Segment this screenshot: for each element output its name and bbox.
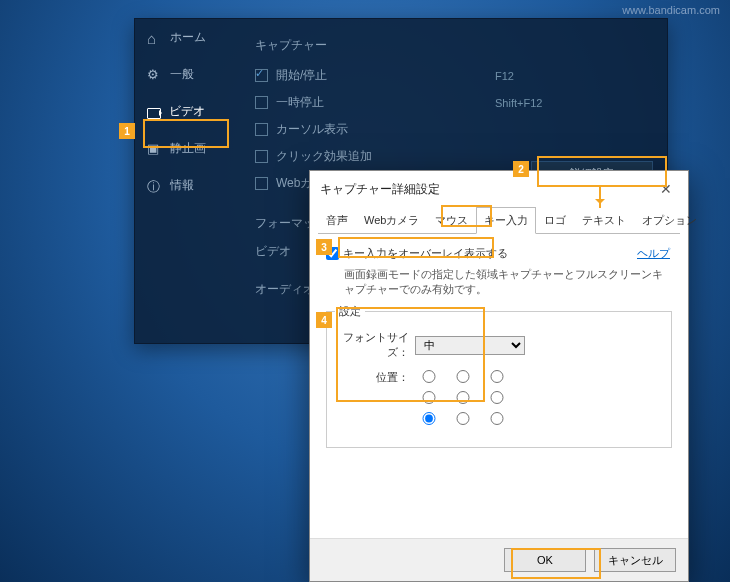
pos-bl[interactable]	[419, 412, 439, 425]
pos-mr[interactable]	[487, 391, 507, 404]
close-button[interactable]: ✕	[650, 179, 682, 199]
settings-fieldset: 設定 フォントサイズ： 中 位置：	[326, 311, 672, 448]
section-video: ビデオ	[255, 243, 291, 260]
sidebar-item-info[interactable]: 情報	[135, 167, 239, 204]
pos-br[interactable]	[487, 412, 507, 425]
font-size-select[interactable]: 中	[415, 336, 525, 355]
badge-3: 3	[316, 239, 332, 255]
sidebar-item-general[interactable]: 一般	[135, 56, 239, 93]
ok-button[interactable]: OK	[504, 548, 586, 572]
sidebar: ホーム 一般 ビデオ 静止画 情報	[135, 19, 239, 343]
sidebar-label: ビデオ	[169, 103, 205, 120]
hotkey: F12	[495, 70, 514, 82]
image-icon	[147, 141, 162, 156]
dialog-title: キャプチャー詳細設定	[320, 181, 440, 198]
video-icon	[147, 108, 161, 119]
pos-mc[interactable]	[453, 391, 473, 404]
dialog-body: キー入力をオーバーレイ表示する ヘルプ 画面録画モードの指定した領域キャプチャー…	[310, 234, 688, 460]
sidebar-item-video[interactable]: ビデオ	[135, 93, 239, 130]
checkbox-icon	[255, 96, 268, 109]
home-icon	[147, 30, 162, 45]
font-size-label: フォントサイズ：	[339, 330, 409, 360]
overlay-label: キー入力をオーバーレイ表示する	[343, 246, 508, 261]
watermark: www.bandicam.com	[622, 4, 720, 16]
checkbox-icon	[255, 177, 268, 190]
tab-mouse[interactable]: マウス	[427, 207, 476, 234]
tab-keyinput[interactable]: キー入力	[476, 207, 536, 234]
pos-bc[interactable]	[453, 412, 473, 425]
position-radio-grid	[419, 370, 507, 425]
tab-logo[interactable]: ロゴ	[536, 207, 574, 234]
opt-label: カーソル表示	[276, 121, 348, 138]
sidebar-label: ホーム	[170, 29, 206, 46]
tab-option[interactable]: オプション	[634, 207, 705, 234]
pos-tc[interactable]	[453, 370, 473, 383]
dialog-footer: OK キャンセル	[310, 538, 688, 581]
badge-2: 2	[513, 161, 529, 177]
gear-icon	[147, 67, 162, 82]
tab-text[interactable]: テキスト	[574, 207, 634, 234]
pos-ml[interactable]	[419, 391, 439, 404]
opt-label: 開始/停止	[276, 67, 327, 84]
group-capture: キャプチャー	[255, 37, 653, 54]
pos-tr[interactable]	[487, 370, 507, 383]
checkbox-icon	[255, 150, 268, 163]
opt-cursor[interactable]: カーソル表示	[255, 116, 653, 143]
info-icon	[147, 178, 162, 193]
opt-label: 一時停止	[276, 94, 324, 111]
help-link[interactable]: ヘルプ	[637, 246, 670, 261]
capture-detail-dialog: キャプチャー詳細設定 ✕ 音声 Webカメラ マウス キー入力 ロゴ テキスト …	[309, 170, 689, 582]
sidebar-label: 情報	[170, 177, 194, 194]
dialog-titlebar: キャプチャー詳細設定 ✕	[310, 171, 688, 207]
sidebar-item-image[interactable]: 静止画	[135, 130, 239, 167]
arrow-2	[599, 186, 601, 208]
sidebar-label: 一般	[170, 66, 194, 83]
position-label: 位置：	[339, 370, 409, 385]
dialog-tabs: 音声 Webカメラ マウス キー入力 ロゴ テキスト オプション	[310, 207, 688, 234]
checkbox-icon	[255, 69, 268, 82]
sidebar-label: 静止画	[170, 140, 206, 157]
sidebar-item-home[interactable]: ホーム	[135, 19, 239, 56]
opt-start-stop[interactable]: 開始/停止F12	[255, 62, 653, 89]
overlay-checkbox-row[interactable]: キー入力をオーバーレイ表示する	[326, 246, 672, 261]
position-row: 位置：	[339, 370, 659, 425]
pos-tl[interactable]	[419, 370, 439, 383]
badge-4: 4	[316, 312, 332, 328]
cancel-button[interactable]: キャンセル	[594, 548, 676, 572]
font-size-row: フォントサイズ： 中	[339, 330, 659, 360]
badge-1: 1	[119, 123, 135, 139]
opt-pause[interactable]: 一時停止Shift+F12	[255, 89, 653, 116]
section-audio: オーディオ	[255, 281, 315, 298]
tab-audio[interactable]: 音声	[318, 207, 356, 234]
checkbox-icon	[255, 123, 268, 136]
overlay-note: 画面録画モードの指定した領域キャプチャーとフルスクリーンキャプチャーでのみ有効で…	[344, 267, 672, 297]
hotkey: Shift+F12	[495, 97, 542, 109]
fieldset-legend: 設定	[335, 304, 365, 319]
opt-label: クリック効果追加	[276, 148, 372, 165]
tab-webcam[interactable]: Webカメラ	[356, 207, 427, 234]
